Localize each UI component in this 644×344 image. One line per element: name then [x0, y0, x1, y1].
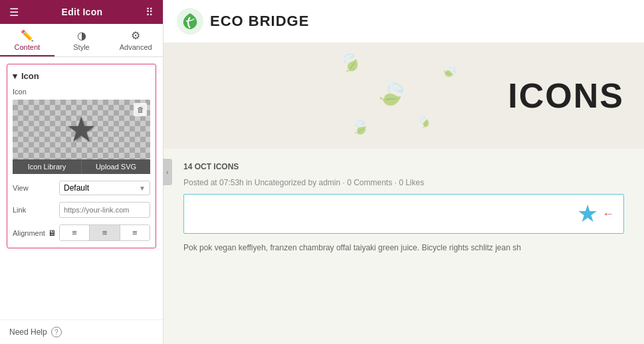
chevron-down-icon: ▾ [13, 71, 17, 81]
post-body: Pok pok vegan keffiyeh, franzen chambray… [183, 242, 624, 254]
hamburger-icon[interactable]: ☰ [9, 6, 19, 19]
tab-style[interactable]: ◑ Style [54, 24, 109, 56]
post-meta-detail: Posted at 07:53h in Uncategorized by adm… [183, 178, 624, 187]
icon-preview-box: ★ 🗑 [13, 100, 150, 159]
tab-advanced[interactable]: ⚙ Advanced [108, 24, 163, 56]
advanced-tab-icon: ⚙ [131, 29, 140, 42]
alignment-label-wrap: Alignment 🖥 [13, 228, 59, 238]
right-content: ECO BRIDGE 🍃 🍃 🍃 🍃 🍃 ICONS 14 OCT ICONS … [163, 0, 644, 344]
hero-title: ICONS [508, 76, 624, 116]
tab-content-label: Content [15, 43, 41, 51]
content-tab-icon: ✏️ [21, 29, 34, 42]
alignment-field-row: Alignment 🖥 ≡ ≡ ≡ [13, 224, 150, 241]
panel-content: ▾ Icon Icon ★ 🗑 Icon Library Upload SVG [0, 57, 163, 319]
tab-content[interactable]: ✏️ Content [0, 24, 54, 56]
panel-footer: Need Help ? [0, 319, 163, 344]
post-date: 14 OCT [183, 162, 211, 171]
view-label: View [13, 184, 59, 192]
panel-title: Edit Icon [62, 7, 103, 17]
align-center-button[interactable]: ≡ [90, 225, 120, 240]
leaf-decoration-3: 🍃 [348, 116, 371, 137]
view-field-row: View Default ▼ [13, 181, 150, 195]
alignment-buttons: ≡ ≡ ≡ [59, 224, 150, 241]
post-meta: 14 OCT ICONS [183, 162, 624, 171]
need-help-label: Need Help [9, 327, 47, 337]
select-arrow-icon: ▼ [139, 185, 146, 192]
link-label: Link [13, 206, 59, 214]
left-panel: ☰ Edit Icon ⠿ ✏️ Content ◑ Style ⚙ Advan… [0, 0, 163, 344]
monitor-icon: 🖥 [48, 228, 56, 238]
leaf-decoration-1: 🍃 [332, 44, 366, 77]
star-preview-icon: ★ [66, 112, 97, 147]
link-input-wrap: ⚙ 🗑 [59, 202, 150, 218]
eco-header: ECO BRIDGE [163, 0, 644, 43]
post-category: ICONS [213, 162, 239, 171]
tab-advanced-label: Advanced [120, 43, 152, 51]
view-select[interactable]: Default ▼ [59, 181, 150, 195]
widget-star-icon: ★ [577, 200, 598, 228]
align-right-button[interactable]: ≡ [120, 225, 150, 240]
link-input[interactable] [60, 203, 150, 216]
icon-action-buttons: Icon Library Upload SVG [13, 159, 150, 174]
section-title: ▾ Icon [13, 71, 150, 81]
alignment-label: Alignment [13, 229, 45, 237]
icon-widget-row: ★ ← [183, 194, 624, 234]
brand-name: ECO BRIDGE [210, 13, 309, 30]
panel-header: ☰ Edit Icon ⠿ [0, 0, 163, 24]
leaf-decoration-5: 🍃 [413, 111, 433, 131]
tab-style-label: Style [73, 43, 89, 51]
arrow-icon: ← [602, 207, 614, 221]
content-area: 14 OCT ICONS Posted at 07:53h in Uncateg… [163, 149, 644, 268]
hero-section: 🍃 🍃 🍃 🍃 🍃 ICONS [163, 43, 644, 149]
icon-delete-button[interactable]: 🗑 [134, 103, 147, 116]
view-value: Default [64, 183, 89, 193]
grid-icon[interactable]: ⠿ [146, 6, 154, 19]
align-left-button[interactable]: ≡ [60, 225, 90, 240]
panel-tabs: ✏️ Content ◑ Style ⚙ Advanced [0, 24, 163, 57]
leaf-decoration-4: 🍃 [439, 59, 463, 82]
eco-logo [177, 8, 203, 35]
style-tab-icon: ◑ [77, 29, 86, 42]
icon-field-label: Icon [13, 88, 150, 96]
leaf-decoration-2: 🍃 [372, 71, 413, 112]
upload-svg-button[interactable]: Upload SVG [82, 159, 150, 174]
icon-library-button[interactable]: Icon Library [13, 159, 82, 174]
icon-section: ▾ Icon Icon ★ 🗑 Icon Library Upload SVG [7, 64, 156, 248]
help-circle-icon[interactable]: ? [51, 327, 62, 337]
collapse-handle[interactable]: ‹ [163, 159, 172, 185]
link-field-row: Link ⚙ 🗑 [13, 202, 150, 218]
